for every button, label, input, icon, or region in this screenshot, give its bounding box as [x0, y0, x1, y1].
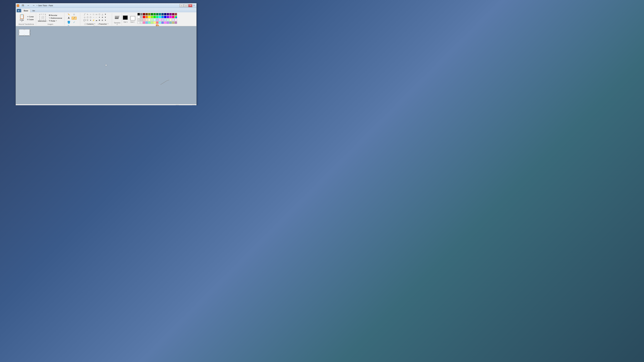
shape-rect2[interactable]: ▭	[95, 13, 98, 16]
swatch-teal2[interactable]	[156, 13, 158, 15]
minimize-button[interactable]: ─	[180, 4, 184, 7]
app-menu-button[interactable]: ▶	[17, 9, 21, 12]
shape-speech2[interactable]: 🗨	[86, 19, 89, 22]
swatch-l14[interactable]	[172, 18, 174, 21]
swatch-l12[interactable]	[166, 18, 169, 21]
swatch-l9[interactable]	[159, 18, 161, 21]
shape-hexa[interactable]: ⬡	[89, 16, 92, 19]
shape-rect[interactable]: □	[92, 13, 95, 16]
swatch-purple2[interactable]	[166, 13, 169, 15]
swatch-yellow[interactable]	[148, 16, 150, 18]
copy-button[interactable]: ⎘ Copiar	[26, 18, 35, 21]
swatch-m5[interactable]	[148, 21, 150, 24]
shape-oval[interactable]: ○	[89, 13, 92, 16]
swatch-m4[interactable]	[146, 21, 148, 24]
swatch-m6[interactable]	[151, 21, 153, 24]
swatch-pink2[interactable]	[174, 13, 177, 15]
swatch-l11[interactable]	[164, 18, 166, 21]
swatch-cyan[interactable]	[159, 16, 161, 18]
zoom-in-button[interactable]: +	[192, 105, 195, 105]
rodar-button[interactable]: ↻ Rodar ▼	[48, 19, 63, 22]
eraser-tool[interactable]: ◻	[72, 13, 76, 16]
swatch-brown[interactable]	[146, 13, 148, 15]
swatch-silver[interactable]	[140, 16, 142, 18]
shape-speech[interactable]: 💬	[83, 19, 86, 22]
swatch-olive[interactable]	[148, 13, 150, 15]
shape-penta[interactable]: ⬠	[86, 16, 89, 19]
swatch-m7[interactable]	[153, 21, 156, 24]
swatch-l13[interactable]	[169, 18, 172, 21]
restore-button[interactable]: □	[184, 4, 188, 7]
swatch-m14[interactable]	[172, 21, 174, 24]
swatch-hotpink[interactable]	[172, 16, 174, 18]
shape-triangle[interactable]: △	[101, 13, 104, 16]
quick-redo-btn[interactable]: ↪	[31, 4, 36, 7]
swatch-l2[interactable]	[140, 18, 142, 21]
swatch-l6[interactable]	[151, 18, 153, 21]
shape-cloud[interactable]: ☁	[95, 19, 98, 22]
shape-star5[interactable]: ★	[101, 16, 104, 19]
contorno-button[interactable]: ⬜ Contorno ▼	[83, 22, 96, 25]
swatch-red[interactable]	[143, 16, 145, 18]
swatch-lime[interactable]	[151, 16, 153, 18]
swatch-white[interactable]	[138, 16, 140, 18]
swatch-m8[interactable]	[156, 21, 158, 24]
swatch-m15[interactable]	[174, 21, 177, 24]
tab-ver[interactable]: Ver	[30, 9, 37, 12]
swatch-multi[interactable]	[174, 16, 177, 18]
shape-heart[interactable]: ♥	[89, 19, 92, 22]
swatch-darkgreen[interactable]	[151, 13, 153, 15]
handle-bottomleft[interactable]	[18, 35, 19, 36]
quick-access-dropdown[interactable]: ▼	[36, 5, 38, 6]
select-tool[interactable]: ⬜ Seleccionar ▼	[38, 14, 48, 22]
eyedropper-tool[interactable]: 💉	[72, 21, 76, 24]
swatch-purple[interactable]	[169, 13, 172, 15]
shape-right-arrow[interactable]: →	[92, 16, 95, 19]
redimensionar-button[interactable]: ⤡ Redimensionar	[48, 17, 63, 19]
swatch-l10[interactable]	[161, 18, 164, 21]
handle-topleft[interactable]	[18, 29, 19, 30]
fill-tool[interactable]: 🪣	[66, 20, 71, 24]
pencil-tool[interactable]: ✏️	[66, 13, 71, 16]
swatch-l8[interactable]	[156, 18, 158, 21]
swatch-springgreen[interactable]	[156, 16, 158, 18]
swatch-gray[interactable]	[140, 13, 142, 15]
swatch-blue[interactable]	[164, 16, 166, 18]
swatch-teal[interactable]	[159, 13, 161, 15]
swatch-darkred[interactable]	[143, 13, 145, 15]
swatch-m3[interactable]	[143, 21, 145, 24]
paste-button[interactable]: 📋 Colar ▼	[18, 13, 26, 23]
swatch-orange[interactable]	[146, 16, 148, 18]
swatch-magenta2[interactable]	[172, 13, 174, 15]
shape-curve[interactable]: ∿	[86, 13, 89, 16]
brush-tool[interactable]: 🖌️	[72, 17, 76, 20]
shape-misc[interactable]: ⊕	[101, 19, 104, 22]
swatch-navy[interactable]	[164, 13, 166, 15]
swatch-skyblue[interactable]	[161, 16, 164, 18]
tab-base[interactable]: Base	[22, 9, 30, 12]
swatch-l15[interactable]	[174, 18, 177, 21]
swatch-navy2[interactable]	[161, 13, 164, 15]
shape-lightning[interactable]: ⚡	[92, 19, 95, 22]
shape-cross[interactable]: ✚	[98, 19, 101, 22]
quick-undo-btn[interactable]: ↩	[26, 4, 31, 7]
swatch-l3[interactable]	[143, 18, 145, 21]
swatch-m12[interactable]	[166, 21, 169, 24]
canvas-area[interactable]	[16, 26, 196, 104]
paint-canvas[interactable]	[19, 29, 30, 35]
cor2-box[interactable]	[130, 16, 135, 20]
shape-diamond[interactable]: ◇	[83, 16, 86, 19]
handle-bottomright[interactable]	[29, 35, 30, 36]
swatch-m1[interactable]	[138, 21, 140, 24]
swatch-l4[interactable]	[146, 18, 148, 21]
close-button[interactable]: ✕	[188, 4, 192, 7]
tamanho-dropdown[interactable]: ▼	[116, 24, 118, 25]
swatch-l5[interactable]	[148, 18, 150, 21]
shape-star4[interactable]: ✦	[98, 16, 101, 19]
swatch-l7[interactable]	[153, 18, 156, 21]
cut-button[interactable]: ✂ Cortar	[26, 15, 35, 18]
swatch-m11[interactable]	[164, 21, 166, 24]
cor1-box[interactable]	[123, 15, 128, 20]
swatch-brightgreen[interactable]	[153, 16, 156, 18]
quick-save-btn[interactable]: 💾	[20, 4, 26, 7]
